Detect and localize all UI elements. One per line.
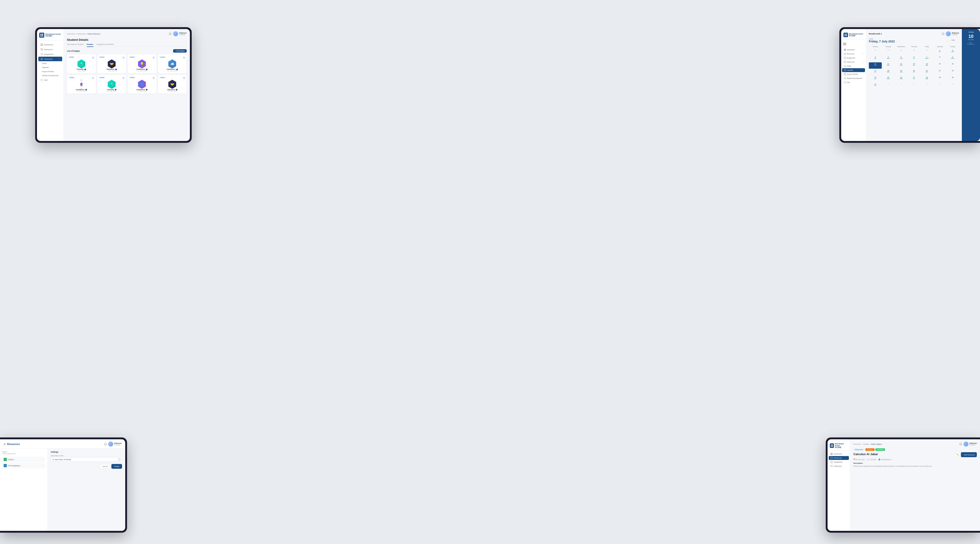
sidebar-item-classroom[interactable]: Classroom (38, 57, 62, 61)
svg-rect-46 (831, 453, 831, 454)
hamburger-2[interactable] (841, 41, 866, 47)
tabs-1: Informations Student Badges Assigment Su… (67, 43, 187, 47)
badge-card-confidence-2: 1 times ✎ ☁️ Confidence i 24 -June -2022 (158, 54, 187, 73)
badge-edit-icon-2[interactable]: ✎ (122, 56, 125, 59)
svg-rect-43 (832, 444, 833, 446)
sidebar4-assigments[interactable]: Assigments (829, 460, 849, 464)
badge-icon-confidence-3: 🔮 (77, 80, 86, 89)
svg-rect-15 (41, 58, 43, 60)
main-content-1: Classroom > Homeroom > Detail Classroom … (64, 29, 190, 141)
cal-row-6: 31 1 2 3 4 5 6 (869, 83, 959, 89)
calendar-grid: Monday Tuesday Wednesday Thursday Friday… (869, 45, 959, 89)
notification-bell-2[interactable] (942, 32, 945, 35)
cal-sidebar-dashboard[interactable]: Dashboard (842, 48, 865, 52)
cal-prev-btn[interactable]: ‹ (947, 38, 950, 42)
badge-icon-teamwork-2: 🤝 (168, 80, 177, 89)
main-content-4: Resources > Chapters > Detail Chapters R… (850, 439, 980, 531)
tab-informations[interactable]: Informations Student (67, 43, 84, 46)
notification-bell[interactable] (169, 32, 172, 35)
add-resources-button[interactable]: + Add Resources (961, 452, 977, 457)
cal-sidebar-resources[interactable]: Resources › (842, 52, 865, 56)
sidebar-item-scope[interactable]: Scope of Works (40, 70, 62, 73)
badge-edit-icon-3[interactable]: ✎ (153, 56, 155, 59)
cancel-button[interactable]: Cancel (100, 464, 110, 469)
cal-no-schedule-note: Time...You don't h... (964, 42, 978, 45)
sidebar4-classroom[interactable]: Classroom (829, 464, 849, 468)
sidebar-item-student-dev[interactable]: Student Development (40, 74, 62, 78)
cal-row-3: 10 11 12 13 14 15 16 (869, 62, 959, 69)
cal-sidebar-calender[interactable]: Calender (842, 68, 865, 72)
sidebar-item-sve[interactable]: SVE (38, 78, 62, 82)
badge-edit-icon-1[interactable]: ✎ (92, 56, 95, 59)
sidebar-item-assigments[interactable]: Assigments (38, 52, 62, 56)
notification-bell-3[interactable] (104, 442, 107, 446)
badge-card-teamwork-2: 3 times ✎ 🤝 Teamwork i 24 -June -2022 (158, 75, 187, 94)
user-avatar-2 (946, 31, 951, 36)
badge-icon-curiosity-1: 🔬 (77, 59, 86, 68)
cal-sidebar-scope[interactable]: Scope of Works (842, 72, 865, 76)
cal-row-4: 17 18 19 20 21 22 23 (869, 69, 959, 76)
sidebar-item-grade[interactable]: Grade (40, 62, 62, 65)
assign-button[interactable]: Assign (111, 464, 122, 469)
topbar-4: Resources > Chapters > Detail Chapters R… (853, 441, 977, 447)
svg-rect-48 (831, 454, 831, 455)
badges-section-title: List of badges (67, 50, 80, 52)
resource-item-p3[interactable]: P P3 Compassion › (2, 463, 45, 468)
sidebar2-logo: Bina Bangsa School 华天学院 (841, 31, 866, 40)
resource-item-grade1[interactable]: G Grade 1 › (2, 457, 45, 462)
badge-edit-icon-5[interactable]: ✎ (92, 77, 95, 79)
svg-rect-21 (846, 35, 847, 36)
badge-card-teamwork-1: 3 times ✎ 🤝 Teamwork i June -2022 (97, 54, 126, 73)
classroom-submenu: Grade Calender Scope of Works Student De… (37, 62, 64, 78)
breadcrumb-1: Classroom > Homeroom > Detail Classroom (67, 33, 100, 35)
badge-card-confidence-1: 1 times ✎ 💡 Confidence i 24 -June -2022 (127, 54, 156, 73)
school-name-4: Bina Bangsa School (835, 443, 848, 447)
sidebar-item-dashboard[interactable]: Dashboard (38, 42, 62, 47)
start-date-value: 17 June 2022, 07:00 AM (52, 458, 71, 461)
notification-bell-4[interactable] (959, 442, 962, 446)
hamburger-3[interactable]: ☰ (4, 443, 6, 446)
cal-sidebar-sve[interactable]: SVE (842, 81, 865, 84)
sidebar-2: Bina Bangsa School 华天学院 Dashboard Resour… (841, 29, 866, 141)
cal-month-label: July (951, 39, 955, 41)
edit-chapter-button[interactable]: ✏️ (955, 452, 960, 457)
cal-today-cell: 10 (869, 62, 882, 69)
svg-point-38 (845, 78, 845, 78)
svg-rect-36 (844, 73, 846, 75)
resource-icon-p3: P (4, 464, 7, 467)
start-date-input[interactable]: 17 June 2022, 07:00 AM (51, 457, 122, 462)
breadcrumb-4: Resources > Chapters > Detail Chapters (853, 443, 882, 445)
badge-edit-icon-8[interactable]: ✎ (183, 77, 185, 79)
resources-title: Resources (7, 442, 20, 446)
cal-sidebar-assigments[interactable]: Assigments (842, 56, 865, 60)
sidebar-item-calender[interactable]: Calender (40, 65, 62, 69)
sidebar4-dashboard[interactable]: Dashboard (829, 452, 849, 456)
topbar-1: Classroom > Homeroom > Detail Classroom … (67, 31, 187, 36)
sidebar-item-resources[interactable]: Resources (38, 47, 62, 52)
badge-edit-icon-7[interactable]: ✎ (153, 77, 155, 79)
school-subtitle-2: 华天学院 (849, 35, 863, 37)
svg-rect-28 (845, 50, 846, 51)
badge-card-curiosity-2: 3 times ✎ 🔬 Curiosity i 24 -June -2022 (97, 75, 126, 94)
svg-rect-0 (40, 34, 41, 35)
svg-rect-2 (40, 35, 41, 36)
cal-sidebar-student-dev[interactable]: Student Development (842, 76, 865, 80)
svg-rect-44 (831, 446, 832, 447)
cal-sidebar-classroom[interactable]: Classroom › (842, 60, 865, 64)
badge-icon-confidence-2: ☁️ (168, 59, 177, 68)
badge-edit-icon-4[interactable]: ✎ (183, 56, 185, 59)
user-info-3: Robinson Lecturer (115, 442, 122, 446)
share-topic: Topic: Mathematics (2, 453, 45, 454)
page-title-1: Student Details (67, 38, 187, 41)
tab-badges[interactable]: Badges (87, 43, 94, 47)
svg-rect-31 (844, 62, 846, 63)
tab-assignment[interactable]: Assigment Submitted (97, 43, 114, 46)
cal-sidebar-grade[interactable]: Grade (842, 64, 865, 68)
resource-name-grade1: Grade 1 (8, 458, 43, 461)
topbar-2: Breadcrumb 1 Robinson Lecturer (869, 31, 959, 36)
badge-edit-icon-6[interactable]: ✎ (122, 77, 125, 79)
sidebar4-resources[interactable]: Resources (829, 456, 849, 460)
cal-next-btn[interactable]: › (956, 38, 959, 42)
svg-rect-5 (42, 44, 43, 44)
add-badges-button[interactable]: + Add Badges (173, 49, 187, 52)
